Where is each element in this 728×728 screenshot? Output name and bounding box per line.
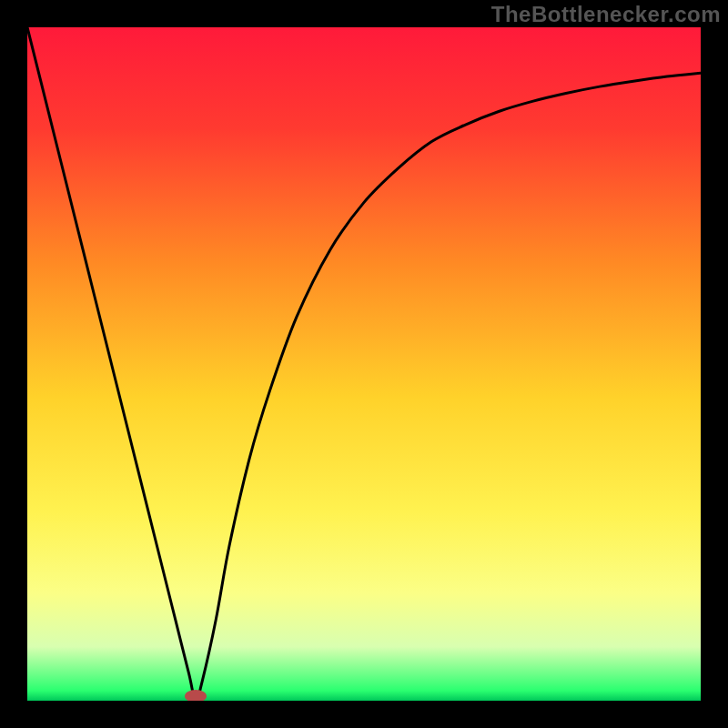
plot-area <box>27 27 701 701</box>
bottleneck-chart <box>27 27 701 701</box>
gradient-background <box>27 27 701 701</box>
chart-frame: TheBottlenecker.com <box>0 0 728 728</box>
watermark-label: TheBottlenecker.com <box>491 2 721 27</box>
